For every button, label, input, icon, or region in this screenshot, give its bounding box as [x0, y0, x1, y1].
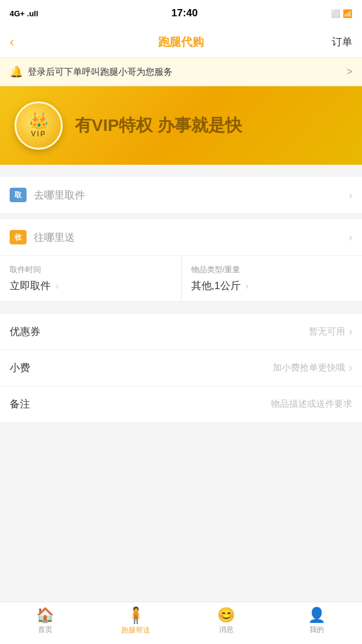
crown-icon: 👑 — [28, 113, 49, 130]
nav-item-home[interactable]: 🏠 首页 — [0, 602, 91, 644]
notice-text: 登录后可下单呼叫跑腿小哥为您服务 — [28, 66, 173, 78]
time-weight-row: 取件时间 立即取件 › 物品类型/重量 其他,1公斤 › — [0, 255, 362, 302]
pickup-time-cell[interactable]: 取件时间 立即取件 › — [0, 256, 182, 301]
delivery-placeholder: 往哪里送 — [34, 231, 349, 244]
time-value-row: 立即取件 › — [10, 279, 171, 293]
status-signal: 4G+ .ull — [10, 9, 38, 18]
nav-errand-label: 跑腿帮送 — [121, 625, 150, 636]
notes-value-area: 物品描述或送件要求 — [58, 398, 352, 410]
vip-label: VIP — [31, 130, 46, 138]
time-label: 取件时间 — [10, 264, 171, 275]
weight-arrow-icon: › — [246, 281, 249, 292]
order-button[interactable]: 订单 — [328, 35, 352, 49]
weight-cell[interactable]: 物品类型/重量 其他,1公斤 › — [182, 256, 363, 301]
vip-banner[interactable]: 👑 VIP 有VIP特权 办事就是快 — [0, 86, 362, 165]
tips-value-area: 加小费抢单更快哦 › — [58, 362, 352, 374]
nav-bar: ‹ 跑腿代购 订单 — [0, 27, 362, 58]
tips-row[interactable]: 小费 加小费抢单更快哦 › — [0, 350, 362, 386]
notice-content: 🔔 登录后可下单呼叫跑腿小哥为您服务 — [10, 65, 173, 78]
pickup-tag: 取 — [10, 188, 27, 202]
back-button[interactable]: ‹ — [10, 34, 34, 50]
coupon-value-area: 暂无可用 › — [58, 325, 352, 338]
nav-message-label: 消息 — [219, 625, 233, 635]
message-icon: 😊 — [217, 608, 235, 622]
delivery-tag: 收 — [10, 230, 27, 244]
nav-item-errand[interactable]: 🧍 跑腿帮送 — [91, 602, 181, 644]
profile-icon: 👤 — [308, 608, 326, 622]
time-value: 立即取件 — [10, 279, 51, 293]
status-bar: 4G+ .ull 17:40 ⬜ 📶 — [0, 0, 362, 27]
notes-value: 物品描述或送件要求 — [271, 398, 352, 410]
vip-badge: 👑 VIP — [14, 101, 63, 150]
pickup-row[interactable]: 取 去哪里取件 › — [0, 177, 362, 213]
section-gap-3 — [0, 302, 362, 308]
status-time: 17:40 — [171, 7, 197, 19]
home-icon: 🏠 — [36, 608, 54, 622]
nav-item-message[interactable]: 😊 消息 — [181, 602, 272, 644]
pickup-arrow-icon: › — [349, 189, 352, 202]
form-section: 优惠券 暂无可用 › 小费 加小费抢单更快哦 › 备注 物品描述或送件要求 — [0, 314, 362, 422]
tips-value: 加小费抢单更快哦 — [273, 362, 345, 374]
page-title: 跑腿代购 — [158, 34, 204, 50]
delivery-section: 收 往哪里送 › — [0, 219, 362, 255]
coupon-arrow-icon: › — [349, 325, 352, 338]
delivery-arrow-icon: › — [349, 231, 352, 244]
vip-slogan: 有VIP特权 办事就是快 — [75, 115, 242, 136]
nav-profile-label: 我的 — [310, 625, 324, 635]
time-arrow-icon: › — [56, 281, 59, 292]
bottom-nav: 🏠 首页 🧍 跑腿帮送 😊 消息 👤 我的 — [0, 602, 362, 644]
pickup-placeholder: 去哪里取件 — [34, 188, 349, 202]
errand-icon: 🧍 — [126, 607, 145, 623]
section-gap-1 — [0, 171, 362, 177]
coupon-value: 暂无可用 — [309, 326, 345, 337]
section-gap-2 — [0, 213, 362, 219]
notes-row[interactable]: 备注 物品描述或送件要求 — [0, 386, 362, 422]
tips-arrow-icon: › — [349, 362, 352, 374]
delivery-row[interactable]: 收 往哪里送 › — [0, 219, 362, 255]
nav-home-label: 首页 — [38, 625, 52, 635]
notice-arrow-icon: > — [347, 66, 352, 77]
notice-bar[interactable]: 🔔 登录后可下单呼叫跑腿小哥为您服务 > — [0, 58, 362, 86]
weight-value-row: 其他,1公斤 › — [191, 279, 353, 293]
weight-label: 物品类型/重量 — [191, 264, 353, 275]
pickup-section: 取 去哪里取件 › — [0, 177, 362, 213]
bell-icon: 🔔 — [10, 65, 23, 78]
weight-value: 其他,1公斤 — [191, 279, 241, 293]
coupon-key: 优惠券 — [10, 325, 58, 339]
tips-key: 小费 — [10, 361, 58, 375]
carrier-label: 4G+ .ull — [10, 9, 38, 18]
nav-item-profile[interactable]: 👤 我的 — [272, 602, 362, 644]
notes-key: 备注 — [10, 397, 58, 411]
coupon-row[interactable]: 优惠券 暂无可用 › — [0, 314, 362, 350]
battery-icon: ⬜ 📶 — [331, 9, 352, 18]
status-icons: ⬜ 📶 — [331, 9, 352, 18]
